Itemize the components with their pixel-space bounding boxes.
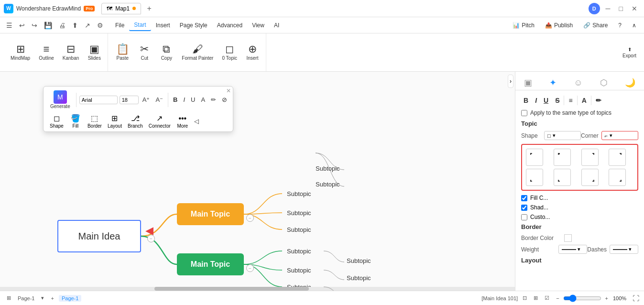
print-button[interactable]: 🖨 [56, 20, 68, 31]
close-button[interactable]: ✕ [629, 4, 640, 13]
collapse-button[interactable]: − [147, 235, 155, 242]
share-button[interactable]: 🔗 Share [579, 20, 611, 31]
corner-option-4[interactable] [609, 149, 626, 166]
italic-button[interactable]: I [181, 95, 187, 105]
clear-format-button[interactable]: ⊘ [220, 95, 229, 105]
menu-start[interactable]: Start [129, 20, 151, 31]
menu-insert[interactable]: Insert [151, 20, 175, 31]
fmt-underline-button[interactable]: U [541, 95, 551, 106]
zoom-slider[interactable] [563, 294, 601, 302]
page-dropdown-button[interactable]: ▾ [39, 294, 46, 302]
collapse-ribbon-button[interactable]: ∧ [628, 20, 640, 31]
menu-advanced[interactable]: Advanced [212, 20, 247, 31]
apply-same-type-checkbox[interactable] [521, 110, 527, 116]
zoom-in-button[interactable]: + [603, 294, 610, 302]
font-name-input[interactable] [79, 96, 118, 104]
more-tool-button[interactable]: ••• More [174, 113, 191, 130]
menu-page-style[interactable]: Page Style [175, 20, 212, 31]
panel-tab-shapes[interactable]: ⬡ [596, 76, 611, 90]
kanban-button[interactable]: ⊟ Kanban [59, 42, 83, 63]
shape-select[interactable]: □ ▾ [544, 131, 581, 140]
font-size-input[interactable] [120, 96, 139, 104]
border-tool-button[interactable]: ⬚ Border [85, 113, 104, 130]
corner-option-2[interactable] [554, 149, 571, 166]
task-button[interactable]: ☑ [543, 294, 551, 302]
underline-button[interactable]: U [189, 95, 197, 105]
pitch-button[interactable]: 📊 Pitch [509, 20, 538, 31]
add-page-button[interactable]: + [49, 294, 55, 302]
mindmap-button[interactable]: ⊞ MindMap [7, 42, 34, 63]
weight-select[interactable]: ▾ [558, 245, 587, 254]
add-tab-button[interactable]: + [144, 3, 154, 14]
fullscreen-button[interactable]: ⛶ [633, 294, 639, 302]
outline-button[interactable]: ≡ Outline [35, 42, 58, 63]
corner-option-6[interactable] [554, 169, 571, 186]
generate-button[interactable]: M Generate [47, 88, 73, 111]
scrollbar-thumb[interactable] [154, 287, 309, 291]
fmt-highlight-button[interactable]: ✏ [593, 95, 604, 106]
layout-tool-button[interactable]: ⊞ Layout [105, 113, 124, 130]
help-button[interactable]: ? [614, 20, 625, 31]
save-button[interactable]: 💾 [42, 20, 55, 31]
corner-option-5[interactable] [526, 169, 543, 186]
main-idea-node[interactable]: Main Idea [57, 220, 141, 252]
share-menu-button[interactable]: ↗ [82, 20, 93, 31]
panel-tab-timer[interactable]: 🌙 [621, 76, 639, 90]
branch-tool-button[interactable]: ⎇ Branch [125, 113, 145, 130]
toolbar-expand-button[interactable]: ◁ [192, 116, 201, 126]
connector-tool-button[interactable]: ↗ Connector [146, 113, 173, 130]
settings-button[interactable]: ⚙ [95, 20, 106, 31]
main-topic-2-node[interactable]: Main Topic [177, 253, 244, 275]
font-size-decrease-button[interactable]: A⁻ [153, 95, 165, 105]
panel-tab-ai[interactable]: ✦ [546, 76, 560, 90]
undo-button[interactable]: ↩ [17, 20, 27, 31]
cut-button[interactable]: ✂ Cut [134, 42, 155, 63]
page-name-button[interactable]: Page-1 [16, 294, 36, 302]
canvas-area[interactable]: ✕ M Generate A⁺ A⁻ B I U A ✏ ⊘ [0, 72, 515, 291]
collapse-button-topic1[interactable]: − [246, 214, 254, 222]
fmt-bold-button[interactable]: B [521, 95, 531, 106]
dashes-select[interactable]: ▾ [610, 245, 638, 254]
fmt-font-color-button[interactable]: A [579, 95, 589, 106]
insert-button[interactable]: ⊕ Insert [242, 42, 263, 63]
horizontal-scrollbar[interactable] [0, 287, 515, 291]
font-size-increase-button[interactable]: A⁺ [141, 95, 152, 105]
maximize-button[interactable]: □ [616, 4, 626, 13]
export-button[interactable]: ⬆ Export [619, 45, 640, 60]
fill-color-checkbox[interactable] [521, 195, 527, 201]
panel-tab-emoji[interactable]: ☺ [570, 76, 586, 90]
fmt-align-button[interactable]: ≡ [566, 95, 575, 106]
menu-ai[interactable]: AI [269, 20, 284, 31]
corner-option-1[interactable] [526, 149, 543, 166]
menu-view[interactable]: View [247, 20, 269, 31]
menu-file[interactable]: File [110, 20, 129, 31]
topic-button[interactable]: ◻ 0 Topic [218, 42, 241, 63]
slides-button[interactable]: ▣ Slides [84, 42, 105, 63]
bold-button[interactable]: B [171, 95, 179, 105]
corner-option-7[interactable] [581, 169, 599, 186]
corner-option-8[interactable] [609, 169, 626, 186]
zoom-out-button[interactable]: − [554, 294, 561, 302]
fmt-strikethrough-button[interactable]: S [553, 95, 562, 106]
corner-select[interactable]: ⌐ ▾ [601, 131, 638, 140]
highlight-button[interactable]: ✏ [209, 95, 218, 105]
redo-button[interactable]: ↪ [29, 20, 40, 31]
fill-tool-button[interactable]: 🪣 Fill [67, 113, 84, 130]
corner-option-3[interactable] [581, 149, 599, 166]
paste-button[interactable]: 📋 Paste [112, 42, 133, 63]
map-tab[interactable]: 🗺 Map1 [101, 3, 141, 14]
format-painter-button[interactable]: 🖌 Format Painter [178, 42, 217, 63]
export-menu-button[interactable]: ⬆ [70, 20, 80, 31]
panel-collapse-button[interactable]: › [508, 75, 513, 88]
fit-page-button[interactable]: ⊡ [521, 294, 529, 302]
menu-expand-button[interactable]: ☰ [4, 20, 15, 31]
border-color-swatch[interactable] [564, 234, 572, 242]
main-topic-1-node[interactable]: Main Topic [177, 203, 244, 225]
custom-checkbox[interactable] [521, 214, 527, 220]
toolbar-close-button[interactable]: ✕ [226, 87, 231, 94]
shadow-checkbox[interactable] [521, 205, 527, 211]
grid-view-button[interactable]: ⊞ [5, 294, 13, 302]
font-color-button[interactable]: A [199, 95, 207, 105]
shape-tool-button[interactable]: ◻ Shape [47, 113, 66, 130]
columns-button[interactable]: ⊞ [532, 294, 540, 302]
